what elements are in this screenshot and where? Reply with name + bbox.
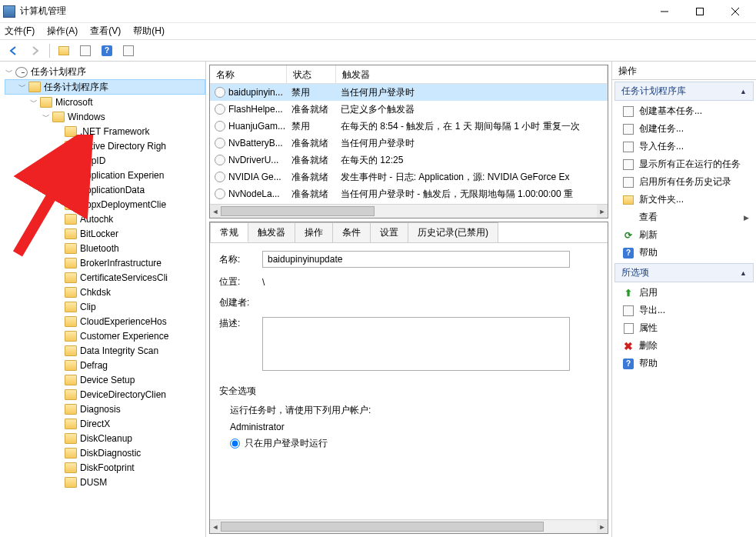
action-item[interactable]: 启用所有任务历史记录 [614, 173, 754, 191]
tree-node[interactable]: ›Customer Experience [5, 329, 205, 343]
tree-node[interactable]: ›Data Integrity Scan [5, 343, 205, 358]
tab-history[interactable]: 历史记录(已禁用) [408, 222, 498, 242]
task-row[interactable]: NvNodeLa...准备就绪当任何用户登录时 - 触发后，无限期地每隔 1.0… [210, 185, 608, 202]
radio-logged-on-input[interactable] [230, 439, 240, 449]
tree-node[interactable]: ›DirectX [5, 416, 205, 431]
scroll-left[interactable]: ◄ [210, 520, 221, 533]
action-item[interactable]: ?帮助 [614, 244, 754, 262]
task-row[interactable]: NvDriverU...准备就绪在每天的 12:25 [210, 152, 608, 168]
action-icon [622, 194, 634, 206]
tree-node[interactable]: ›CloudExperienceHos [5, 314, 205, 329]
tab-settings[interactable]: 设置 [370, 222, 408, 242]
field-desc[interactable] [262, 317, 570, 371]
tree-node[interactable]: ›Defrag [5, 358, 205, 372]
tree-node[interactable]: ›DeviceDirectoryClien [5, 387, 205, 402]
tab-conditions[interactable]: 条件 [332, 222, 371, 242]
tree-node[interactable]: ›AppxDeploymentClie [5, 197, 205, 212]
toolbar-btn-1[interactable] [55, 42, 73, 59]
action-item[interactable]: 显示所有正在运行的任务 [614, 155, 754, 173]
tab-triggers[interactable]: 触发器 [248, 222, 295, 242]
maximize-button[interactable] [682, 0, 718, 23]
action-item[interactable]: ⟳刷新 [614, 226, 754, 244]
value-location: \ [262, 277, 265, 288]
security-line: 运行任务时，请使用下列用户帐户: [230, 404, 598, 417]
action-icon: ✖ [622, 340, 634, 352]
tree-node[interactable]: ›Chkdsk [5, 285, 205, 299]
task-row[interactable]: HuanjuGam...禁用在每天的 8:54 - 触发后，在 1 天 期间每隔… [210, 118, 608, 135]
actions-group2-header[interactable]: 所选项▲ [614, 263, 754, 282]
tree-node-windows[interactable]: ﹀Windows [5, 109, 205, 124]
scroll-right[interactable]: ► [597, 520, 608, 533]
clock-icon [215, 138, 225, 148]
tree-node[interactable]: ›DiskFootprint [5, 460, 205, 475]
action-item[interactable]: 创建任务... [614, 120, 754, 138]
tree-node[interactable]: ›DUSM [5, 475, 205, 489]
close-button[interactable] [718, 0, 753, 23]
label-desc: 描述: [219, 317, 262, 330]
task-row[interactable]: baidupinyin...禁用当任何用户登录时 [210, 84, 608, 101]
tree-node[interactable]: ›.NET Framework [5, 124, 205, 138]
menu-view[interactable]: 查看(V) [90, 25, 121, 38]
tree-node[interactable]: ›Bluetooth [5, 241, 205, 255]
tree-node[interactable]: ›Active Directory Righ [5, 138, 205, 153]
task-row[interactable]: FlashHelpe...准备就绪已定义多个触发器 [210, 101, 608, 118]
nav-tree[interactable]: ﹀任务计划程序 ﹀任务计划程序库 ﹀Microsoft ﹀Windows ›.N… [0, 65, 205, 489]
toolbar-btn-3[interactable]: ? [98, 42, 116, 59]
tree-node[interactable]: ›Diagnosis [5, 402, 205, 416]
scroll-left[interactable]: ◄ [210, 205, 221, 218]
tree-node[interactable]: ›BitLocker [5, 226, 205, 241]
tab-actions[interactable]: 操作 [295, 222, 333, 242]
tab-general[interactable]: 常规 [210, 222, 248, 242]
action-item[interactable]: ⬆启用 [614, 284, 754, 302]
action-item[interactable]: 导出... [614, 302, 754, 319]
label-name: 名称: [219, 253, 262, 266]
toolbar-btn-2[interactable] [76, 42, 95, 59]
back-button[interactable] [5, 42, 23, 59]
action-icon [622, 105, 634, 118]
tree-node-library[interactable]: ﹀任务计划程序库 [5, 79, 205, 95]
action-item[interactable]: 创建基本任务... [614, 102, 754, 120]
tree-node[interactable]: ›AppID [5, 153, 205, 168]
separator [49, 44, 50, 58]
tree-node[interactable]: ›Autochk [5, 212, 205, 226]
menu-action[interactable]: 操作(A) [47, 25, 78, 38]
minimize-button[interactable] [647, 0, 682, 23]
col-name[interactable]: 名称 [210, 65, 287, 83]
tree-node[interactable]: ›Application Experien [5, 168, 205, 182]
action-item[interactable]: 导入任务... [614, 138, 754, 155]
toolbar-btn-4[interactable] [119, 42, 138, 59]
action-item[interactable]: ✖删除 [614, 337, 754, 355]
tree-node[interactable]: ›DiskCleanup [5, 431, 205, 445]
radio-logged-on[interactable]: 只在用户登录时运行 [230, 437, 598, 450]
tree-node-microsoft[interactable]: ﹀Microsoft [5, 95, 205, 109]
forward-button[interactable] [26, 42, 45, 59]
scroll-right[interactable]: ► [597, 205, 608, 218]
action-item[interactable]: ?帮助 [614, 355, 754, 372]
h-scrollbar[interactable]: ◄ ► [210, 204, 608, 218]
col-trigger[interactable]: 触发器 [336, 65, 608, 83]
tab-body-general: 名称: 位置: \ 创建者: 描述: 安全选项 运行任务时，请使用下列用户帐户:… [210, 242, 608, 519]
action-item[interactable]: 属性 [614, 319, 754, 337]
scroll-thumb[interactable] [221, 206, 375, 216]
actions-group1-header[interactable]: 任务计划程序库▲ [614, 82, 754, 101]
tree-node[interactable]: ›DiskDiagnostic [5, 445, 205, 460]
action-item[interactable]: 新文件夹... [614, 191, 754, 208]
detail-h-scrollbar[interactable]: ◄ ► [210, 519, 608, 533]
task-row[interactable]: NVIDIA Ge...准备就绪发生事件时 - 日志: Application，… [210, 168, 608, 185]
label-location: 位置: [219, 275, 262, 289]
menu-help[interactable]: 帮助(H) [133, 25, 165, 38]
tree-node[interactable]: ›Device Setup [5, 372, 205, 387]
field-name[interactable] [262, 251, 570, 268]
task-row[interactable]: NvBatteryB...准备就绪当任何用户登录时 [210, 135, 608, 152]
tree-node[interactable]: ›ApplicationData [5, 182, 205, 197]
scroll-thumb[interactable] [221, 522, 544, 532]
menu-file[interactable]: 文件(F) [5, 25, 35, 38]
col-state[interactable]: 状态 [287, 65, 336, 83]
tree-node[interactable]: ›Clip [5, 299, 205, 314]
tree-node[interactable]: ›CertificateServicesCli [5, 270, 205, 285]
tree-node-scheduler[interactable]: ﹀任务计划程序 [5, 65, 205, 79]
action-item[interactable]: 查看▶ [614, 208, 754, 226]
task-list[interactable]: 名称 状态 触发器 baidupinyin...禁用当任何用户登录时FlashH… [209, 65, 608, 218]
action-icon [622, 212, 634, 224]
tree-node[interactable]: ›BrokerInfrastructure [5, 255, 205, 270]
